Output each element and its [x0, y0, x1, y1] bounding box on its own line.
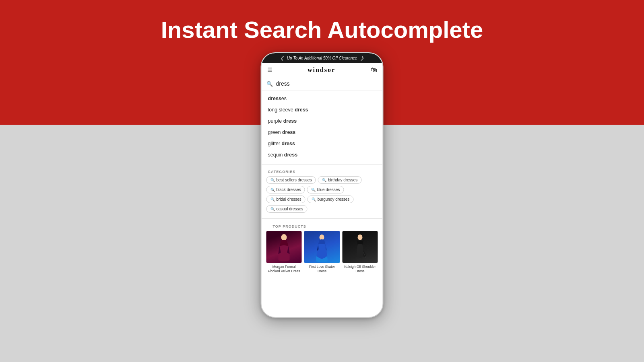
divider [262, 165, 383, 165]
search-input[interactable]: dress [276, 80, 290, 87]
chip-label: burgundy dresses [318, 197, 350, 202]
search-bar[interactable]: 🔍 dress [262, 77, 383, 90]
suggestion-suffix: es [281, 96, 287, 101]
chip-label: bridal dresses [277, 197, 301, 202]
suggestion-match: dress [295, 107, 308, 113]
autocomplete-panel: dresses long sleeve dress purple dress g… [262, 90, 383, 317]
chip-label: best sellers dresses [277, 178, 312, 182]
suggestion-item[interactable]: long sleeve dress [262, 104, 383, 115]
suggestion-match: dress [282, 130, 295, 135]
search-icon: 🔍 [266, 81, 273, 87]
product-image-1 [266, 231, 302, 263]
top-products-label: TOP PRODUCTS [266, 221, 378, 231]
chip-label: black dresses [277, 187, 301, 192]
chip-label: casual dresses [277, 207, 303, 211]
page-title: Instant Search Autocomplete [0, 16, 644, 43]
suggestion-prefix: long sleeve [268, 107, 295, 113]
suggestion-prefix: sequin [268, 152, 284, 158]
suggestion-item[interactable]: sequin dress [262, 149, 383, 160]
suggestion-item[interactable]: green dress [262, 127, 383, 138]
suggestion-prefix: purple [268, 118, 283, 124]
suggestion-match: dress [268, 96, 281, 101]
chip-search-icon: 🔍 [322, 178, 326, 182]
category-chip-birthday[interactable]: 🔍 birthday dresses [318, 176, 361, 184]
hamburger-icon[interactable]: ☰ [267, 67, 272, 73]
promo-left-arrow[interactable]: ❮ [280, 56, 284, 61]
category-chip-black[interactable]: 🔍 black dresses [266, 186, 305, 193]
suggestion-prefix: green [268, 130, 282, 135]
category-chip-best-sellers[interactable]: 🔍 best sellers dresses [266, 176, 316, 184]
product-card-3[interactable]: Kaleigh Off Shoulder Dress [342, 231, 378, 274]
suggestion-item[interactable]: purple dress [262, 115, 383, 127]
suggestion-item[interactable]: glitter dress [262, 138, 383, 149]
svg-point-1 [320, 234, 324, 240]
products-row: Morgan Formal Flocked Velvet Dress [266, 231, 378, 274]
category-chip-burgundy[interactable]: 🔍 burgundy dresses [308, 195, 354, 203]
svg-point-2 [357, 234, 362, 240]
suggestion-match: dress [284, 152, 297, 158]
chip-search-icon: 🔍 [311, 188, 316, 192]
category-chip-blue[interactable]: 🔍 blue dresses [307, 186, 344, 193]
divider2 [262, 218, 383, 219]
chip-search-icon: 🔍 [312, 197, 316, 202]
svg-point-0 [281, 234, 287, 241]
categories-grid: 🔍 best sellers dresses 🔍 birthday dresse… [262, 176, 383, 216]
chip-search-icon: 🔍 [270, 207, 275, 211]
category-chip-bridal[interactable]: 🔍 bridal dresses [266, 195, 305, 203]
product-card-2[interactable]: First Love Skater Dress [304, 231, 340, 274]
product-name-3: Kaleigh Off Shoulder Dress [342, 265, 378, 274]
suggestion-item[interactable]: dresses [262, 93, 383, 104]
cart-icon[interactable]: 🛍 [371, 66, 377, 74]
suggestion-match: dress [282, 141, 295, 146]
chip-label: birthday dresses [328, 178, 357, 182]
categories-section: CATEGORIES 🔍 best sellers dresses 🔍 birt… [262, 167, 383, 216]
logo: windsor [308, 66, 335, 74]
chip-search-icon: 🔍 [270, 188, 275, 192]
suggestion-prefix: glitter [268, 141, 282, 146]
suggestion-match: dress [283, 118, 297, 124]
product-card-1[interactable]: Morgan Formal Flocked Velvet Dress [266, 231, 302, 274]
chip-search-icon: 🔍 [270, 197, 275, 202]
phone-mockup: ❮ Up To An Additional 50% Off Clearance … [261, 52, 384, 318]
promo-right-arrow[interactable]: ❯ [360, 56, 364, 61]
product-name-1: Morgan Formal Flocked Velvet Dress [266, 265, 302, 274]
promo-banner[interactable]: ❮ Up To An Additional 50% Off Clearance … [262, 53, 383, 63]
product-image-3 [342, 231, 378, 263]
promo-text: Up To An Additional 50% Off Clearance [287, 56, 357, 60]
chip-search-icon: 🔍 [270, 178, 275, 182]
category-chip-casual[interactable]: 🔍 casual dresses [266, 205, 308, 213]
product-name-2: First Love Skater Dress [304, 265, 340, 274]
nav-bar: ☰ windsor 🛍 [262, 63, 383, 77]
categories-label: CATEGORIES [262, 167, 383, 176]
chip-label: blue dresses [317, 187, 340, 192]
suggestion-list: dresses long sleeve dress purple dress g… [262, 90, 383, 163]
product-image-2 [304, 231, 340, 263]
top-products-section: TOP PRODUCTS Mo [262, 221, 383, 278]
